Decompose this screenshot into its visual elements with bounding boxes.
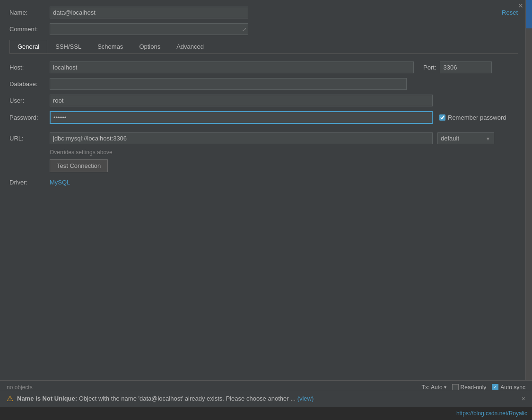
name-row: Name: Reset bbox=[9, 7, 518, 18]
url-input[interactable] bbox=[50, 132, 433, 144]
warning-rest: Object with the name 'data@localhost' al… bbox=[79, 395, 296, 402]
warning-bold: Name is Not Unique: bbox=[17, 395, 77, 402]
tab-general[interactable]: General bbox=[9, 40, 47, 53]
database-input[interactable] bbox=[50, 78, 407, 90]
content-area: Name: Reset Comment: ⤢ General SSH/SSL S… bbox=[0, 0, 532, 420]
comment-wrapper: ⤢ bbox=[50, 23, 248, 35]
url-driver-select[interactable]: default bbox=[437, 132, 494, 144]
port-input[interactable] bbox=[440, 61, 492, 73]
user-label: User: bbox=[9, 97, 50, 104]
remember-password-checkbox[interactable] bbox=[439, 114, 445, 121]
comment-label: Comment: bbox=[9, 26, 50, 33]
host-label: Host: bbox=[9, 64, 50, 71]
url-row: URL: default ▼ bbox=[9, 132, 518, 144]
url-select-wrapper: default ▼ bbox=[433, 132, 494, 144]
tab-schemas[interactable]: Schemas bbox=[89, 40, 131, 53]
tx-arrow-icon: ▾ bbox=[444, 385, 446, 390]
warning-icon: ⚠ bbox=[7, 394, 13, 403]
user-input[interactable] bbox=[50, 95, 433, 106]
warning-bar: ⚠ Name is Not Unique: Object with the na… bbox=[0, 390, 532, 407]
driver-label: Driver: bbox=[9, 179, 50, 186]
name-left: Name: bbox=[9, 7, 502, 18]
close-button[interactable]: ✕ bbox=[518, 2, 523, 9]
host-input[interactable] bbox=[50, 61, 414, 73]
credits-url[interactable]: https://blog.csdn.net/Royalic bbox=[456, 410, 527, 417]
password-row: Password: Remember password bbox=[9, 111, 518, 124]
remember-password-label: Remember password bbox=[448, 114, 506, 121]
scrollbar-thumb[interactable] bbox=[526, 0, 532, 28]
warning-text: Name is Not Unique: Object with the name… bbox=[17, 395, 515, 402]
expand-icon: ⤢ bbox=[242, 26, 246, 32]
warning-close-button[interactable]: × bbox=[522, 395, 525, 402]
url-label: URL: bbox=[9, 135, 50, 142]
main-container: ✕ Name: Reset Comment: ⤢ General SSH/SSL… bbox=[0, 0, 532, 420]
port-label: Port: bbox=[423, 64, 436, 71]
password-label: Password: bbox=[9, 114, 50, 121]
tabs-container: General SSH/SSL Schemas Options Advanced bbox=[9, 40, 518, 54]
tab-options[interactable]: Options bbox=[131, 40, 168, 53]
name-label: Name: bbox=[9, 9, 50, 16]
overrides-text: Overrides settings above bbox=[50, 149, 518, 156]
password-input[interactable] bbox=[50, 111, 433, 124]
scrollbar[interactable] bbox=[525, 0, 532, 388]
user-row: User: bbox=[9, 95, 518, 106]
database-label: Database: bbox=[9, 80, 50, 88]
driver-row: Driver: MySQL bbox=[9, 179, 518, 186]
warning-view-link[interactable]: (view) bbox=[297, 395, 314, 402]
comment-input[interactable] bbox=[50, 23, 248, 35]
database-row: Database: bbox=[9, 78, 518, 90]
driver-link[interactable]: MySQL bbox=[50, 179, 70, 186]
credits-bar: https://blog.csdn.net/Royalic bbox=[0, 407, 532, 420]
remember-password-section: Remember password bbox=[439, 114, 506, 121]
comment-row: Comment: ⤢ bbox=[9, 23, 518, 35]
host-row: Host: Port: bbox=[9, 61, 518, 73]
name-input[interactable] bbox=[50, 7, 248, 18]
tab-advanced[interactable]: Advanced bbox=[168, 40, 212, 53]
test-connection-button[interactable]: Test Connection bbox=[50, 159, 108, 172]
reset-link[interactable]: Reset bbox=[502, 9, 518, 16]
tab-ssh-ssl[interactable]: SSH/SSL bbox=[47, 40, 89, 53]
